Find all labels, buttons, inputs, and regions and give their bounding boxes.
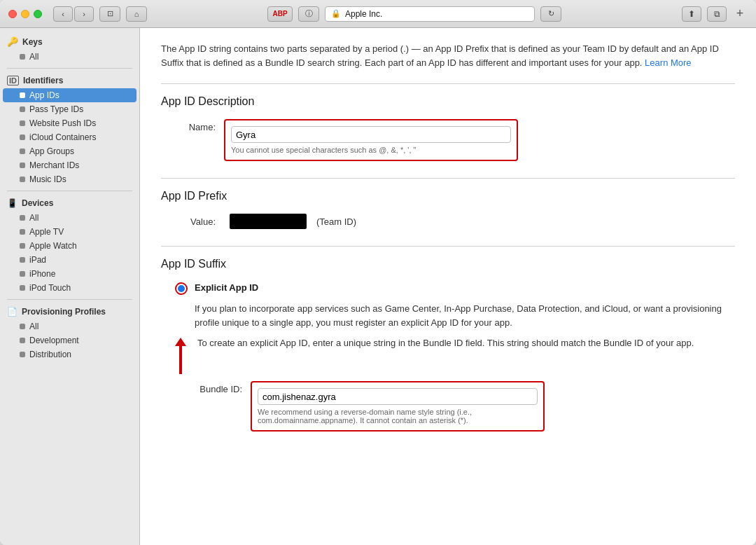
item-dot bbox=[20, 257, 25, 263]
learn-more-link[interactable]: Learn More bbox=[645, 57, 691, 68]
sidebar-item-keys-all[interactable]: All bbox=[3, 50, 136, 64]
content-area: The App ID string contains two parts sep… bbox=[140, 28, 756, 545]
sidebar-item-apple-watch-label: Apple Watch bbox=[29, 241, 77, 251]
maximize-button[interactable] bbox=[34, 10, 42, 18]
sidebar-item-music-ids-label: Music IDs bbox=[29, 174, 66, 184]
sidebar-item-distribution[interactable]: Distribution bbox=[3, 347, 136, 361]
item-dot bbox=[20, 243, 25, 249]
item-dot bbox=[20, 352, 25, 357]
name-hint: You cannot use special characters such a… bbox=[231, 146, 511, 154]
sidebar-divider-3 bbox=[7, 299, 132, 300]
tabs-button[interactable]: ⧉ bbox=[707, 6, 727, 22]
item-dot bbox=[20, 338, 25, 343]
app-id-suffix-title: App ID Suffix bbox=[161, 258, 735, 270]
sidebar-item-devices-all-label: All bbox=[29, 213, 38, 223]
sidebar-item-apple-tv[interactable]: Apple TV bbox=[3, 225, 136, 239]
item-dot bbox=[20, 271, 25, 277]
abp-button[interactable]: ABP bbox=[267, 6, 293, 22]
team-id-label: (Team ID) bbox=[312, 216, 356, 227]
item-dot bbox=[20, 177, 25, 182]
explicit-radio-label: Explicit App ID bbox=[195, 282, 258, 293]
bundle-id-hint1: We recommend using a reverse-domain name… bbox=[258, 408, 538, 425]
address-bar[interactable]: 🔒 Apple Inc. bbox=[325, 6, 535, 22]
share-button[interactable]: ⬆ bbox=[682, 6, 701, 22]
sidebar-item-icloud-containers[interactable]: iCloud Containers bbox=[3, 130, 136, 144]
arrow-body bbox=[179, 346, 182, 374]
explicit-radio-container bbox=[175, 282, 189, 296]
sidebar-item-label: All bbox=[29, 52, 38, 62]
sidebar-section-provisioning: 📄 Provisioning Profiles bbox=[0, 304, 139, 319]
devices-icon: 📱 bbox=[7, 198, 18, 208]
titlebar-center: ABP ⓘ 🔒 Apple Inc. ↻ bbox=[153, 6, 676, 22]
explicit-desc1: If you plan to incorporate app services … bbox=[161, 302, 735, 329]
lock-icon: 🔒 bbox=[331, 9, 341, 18]
arrow-up-annotation bbox=[175, 338, 186, 374]
app-id-prefix-title: App ID Prefix bbox=[161, 190, 735, 202]
info-button[interactable]: ⓘ bbox=[298, 6, 319, 22]
keys-header-label: Keys bbox=[22, 37, 43, 47]
sidebar-item-ipod-touch[interactable]: iPod Touch bbox=[3, 281, 136, 295]
sidebar-item-app-groups[interactable]: App Groups bbox=[3, 144, 136, 158]
item-dot bbox=[20, 324, 25, 329]
sidebar-item-prov-all-label: All bbox=[29, 322, 38, 331]
sidebar-item-development[interactable]: Development bbox=[3, 333, 136, 347]
app-id-description-section: App ID Description Name: You cannot use … bbox=[161, 95, 735, 161]
sidebar-item-icloud-containers-label: iCloud Containers bbox=[29, 132, 96, 142]
keys-icon: 🔑 bbox=[7, 36, 18, 47]
item-dot bbox=[20, 163, 25, 168]
provisioning-icon: 📄 bbox=[7, 307, 18, 317]
sidebar-item-app-groups-label: App Groups bbox=[29, 146, 74, 156]
sidebar-item-ipad-label: iPad bbox=[29, 255, 46, 265]
sidebar-divider-1 bbox=[7, 68, 132, 69]
explicit-radio-outer bbox=[175, 282, 188, 295]
sidebar-item-merchant-ids[interactable]: Merchant IDs bbox=[3, 158, 136, 172]
sidebar-item-iphone[interactable]: iPhone bbox=[3, 267, 136, 281]
explicit-radio-inner bbox=[178, 285, 185, 292]
sidebar: 🔑 Keys All ID Identifiers App IDs Pass T… bbox=[0, 28, 140, 545]
name-input[interactable] bbox=[231, 126, 511, 143]
sidebar-divider-2 bbox=[7, 191, 132, 191]
bundle-id-form-row: Bundle ID: We recommend using a reverse-… bbox=[195, 381, 735, 432]
sidebar-item-website-push-ids-label: Website Push IDs bbox=[29, 118, 96, 128]
titlebar: ‹ › ⊡ ⌂ ABP ⓘ 🔒 Apple Inc. ↻ ⬆ ⧉ + bbox=[0, 0, 756, 28]
sidebar-item-prov-all[interactable]: All bbox=[3, 319, 136, 333]
app-id-description-title: App ID Description bbox=[161, 95, 735, 108]
name-highlighted-box: You cannot use special characters such a… bbox=[224, 119, 518, 161]
bundle-id-label: Bundle ID: bbox=[195, 381, 251, 394]
item-dot-active bbox=[20, 92, 25, 98]
sidebar-section-keys: 🔑 Keys bbox=[0, 34, 139, 50]
sidebar-item-devices-all[interactable]: All bbox=[3, 211, 136, 225]
id-icon: ID bbox=[7, 76, 19, 85]
sidebar-item-website-push-ids[interactable]: Website Push IDs bbox=[3, 116, 136, 130]
bundle-id-hint2-text: com.domainname.appname). It cannot conta… bbox=[258, 416, 468, 425]
sidebar-item-apple-watch[interactable]: Apple Watch bbox=[3, 239, 136, 253]
back-button[interactable]: ‹ bbox=[53, 6, 73, 22]
explicit-desc2: To create an explicit App ID, enter a un… bbox=[192, 336, 735, 350]
sidebar-item-apple-tv-label: Apple TV bbox=[29, 227, 64, 237]
sidebar-item-iphone-label: iPhone bbox=[29, 269, 55, 279]
forward-button[interactable]: › bbox=[74, 6, 94, 22]
section-divider-2 bbox=[161, 178, 735, 179]
sidebar-item-app-ids[interactable]: App IDs bbox=[3, 88, 136, 102]
sidebar-item-pass-type-ids-label: Pass Type IDs bbox=[29, 104, 83, 114]
item-dot bbox=[20, 106, 25, 112]
home-button[interactable]: ⌂ bbox=[126, 6, 147, 22]
bundle-id-hint1-text: We recommend using a reverse-domain name… bbox=[258, 408, 472, 416]
close-button[interactable] bbox=[8, 10, 17, 18]
minimize-button[interactable] bbox=[21, 10, 29, 18]
sidebar-item-pass-type-ids[interactable]: Pass Type IDs bbox=[3, 102, 136, 116]
browser-window: ‹ › ⊡ ⌂ ABP ⓘ 🔒 Apple Inc. ↻ ⬆ ⧉ + 🔑 Key… bbox=[0, 0, 756, 545]
intro-text-value: The App ID string contains two parts sep… bbox=[161, 43, 719, 68]
item-dot bbox=[20, 229, 25, 235]
item-dot bbox=[20, 285, 25, 291]
sidebar-item-music-ids[interactable]: Music IDs bbox=[3, 172, 136, 186]
reader-button[interactable]: ⊡ bbox=[99, 6, 120, 22]
sidebar-item-ipad[interactable]: iPad bbox=[3, 253, 136, 267]
new-tab-button[interactable]: + bbox=[732, 6, 748, 22]
explicit-radio-row: Explicit App ID bbox=[161, 282, 735, 296]
item-dot bbox=[20, 149, 25, 154]
item-dot bbox=[20, 134, 25, 140]
refresh-button[interactable]: ↻ bbox=[540, 6, 561, 22]
team-id-redacted bbox=[230, 214, 307, 229]
bundle-id-input[interactable] bbox=[258, 388, 538, 405]
